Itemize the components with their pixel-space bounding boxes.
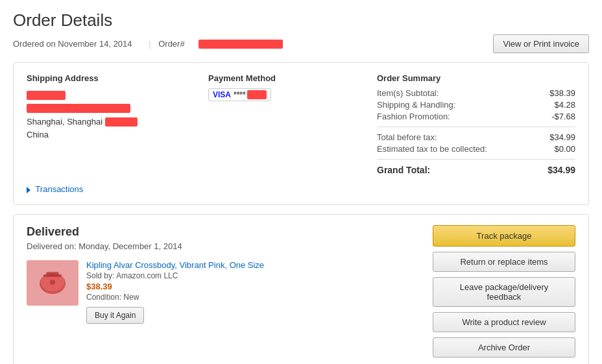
info-card-columns: Shipping Address Shanghai, Shanghai Chin…: [27, 73, 575, 175]
product-condition: Condition: New: [86, 293, 420, 302]
shipping-label: Shipping & Handling:: [377, 100, 455, 110]
shipping-country: China: [27, 128, 208, 142]
order-number-label: Order#: [158, 39, 184, 49]
grand-total-label: Grand Total:: [377, 165, 430, 175]
shipping-line-2: [27, 102, 208, 115]
product-row: Kipling Alvar Crossbody, Vibrant Pink, O…: [27, 260, 420, 324]
shipping-line-3: Shanghai, Shanghai: [27, 115, 208, 129]
svg-rect-4: [46, 272, 59, 276]
archive-button[interactable]: Archive Order: [433, 337, 575, 358]
product-price: $38.39: [86, 282, 420, 291]
shipping-column: Shipping Address Shanghai, Shanghai Chin…: [27, 73, 208, 175]
arrow-right-icon: [27, 187, 30, 193]
review-button[interactable]: Write a product review: [433, 312, 575, 332]
grand-total-value: $34.99: [548, 165, 575, 175]
delivery-actions: Track package Return or replace items Le…: [433, 225, 575, 358]
delivery-date: Delivered on: Monday, December 1, 2014: [27, 241, 420, 251]
order-number-redacted: [199, 40, 283, 49]
summary-row-promotion: Fashion Promotion: -$7.68: [377, 112, 575, 121]
info-card: Shipping Address Shanghai, Shanghai Chin…: [13, 62, 589, 205]
summary-divider: [377, 127, 575, 127]
subtotal-label: Item(s) Subtotal:: [377, 88, 439, 98]
shipping-title: Shipping Address: [27, 73, 208, 83]
summary-row-shipping: Shipping & Handling: $4.28: [377, 100, 575, 110]
visa-badge: VISA ****: [208, 88, 271, 101]
svg-point-5: [50, 280, 55, 285]
product-name: Kipling Alvar Crossbody, Vibrant Pink, O…: [86, 260, 420, 270]
summary-row-estimated-tax: Estimated tax to be collected: $0.00: [377, 144, 575, 154]
product-info: Kipling Alvar Crossbody, Vibrant Pink, O…: [86, 260, 420, 324]
payment-column: Payment Method VISA ****: [208, 73, 377, 175]
visa-label: VISA: [213, 90, 231, 99]
delivery-card: Delivered Delivered on: Monday, December…: [13, 214, 589, 364]
transactions-section: Transactions: [27, 184, 575, 194]
meta-divider: |: [149, 39, 150, 49]
grand-total-row: Grand Total: $34.99: [377, 165, 575, 175]
invoice-button[interactable]: View or Print invoice: [493, 34, 589, 53]
delivery-left: Delivered Delivered on: Monday, December…: [27, 225, 420, 324]
estimated-tax-label: Estimated tax to be collected:: [377, 144, 487, 154]
visa-dots: ****: [234, 90, 246, 99]
product-image: [27, 260, 78, 306]
order-meta: Ordered on November 14, 2014 | Order#: [13, 39, 292, 49]
shipping-value: $4.28: [554, 100, 575, 110]
product-link[interactable]: Kipling Alvar Crossbody, Vibrant Pink, O…: [86, 260, 264, 270]
page-header: Ordered on November 14, 2014 | Order# Vi…: [13, 34, 589, 53]
track-package-button[interactable]: Track package: [433, 225, 575, 247]
order-summary-column: Order Summary Item(s) Subtotal: $38.39 S…: [377, 73, 575, 175]
summary-row-total-before-tax: Total before tax: $34.99: [377, 132, 575, 142]
transactions-link[interactable]: Transactions: [35, 184, 83, 194]
shipping-line-1: [27, 88, 208, 102]
delivery-top: Delivered Delivered on: Monday, December…: [27, 225, 575, 358]
order-summary-title: Order Summary: [377, 73, 575, 83]
payment-title: Payment Method: [208, 73, 377, 83]
promotion-value: -$7.68: [551, 112, 575, 121]
total-before-tax-label: Total before tax:: [377, 132, 437, 142]
promotion-label: Fashion Promotion:: [377, 112, 450, 121]
total-before-tax-value: $34.99: [549, 132, 575, 142]
grand-total-divider: [377, 159, 575, 160]
return-replace-button[interactable]: Return or replace items: [433, 252, 575, 272]
delivery-status: Delivered: [27, 225, 420, 239]
payment-method: VISA ****: [208, 88, 377, 104]
buy-again-button[interactable]: Buy it Again: [86, 307, 144, 324]
page-title: Order Details: [13, 10, 589, 30]
subtotal-value: $38.39: [549, 88, 575, 98]
estimated-tax-value: $0.00: [554, 144, 575, 154]
ordered-on-label: Ordered on November 14, 2014: [13, 39, 132, 49]
feedback-button[interactable]: Leave package/delivery feedback: [433, 277, 575, 307]
summary-row-subtotal: Item(s) Subtotal: $38.39: [377, 88, 575, 98]
product-sold-by: Sold by: Amazon.com LLC: [86, 271, 420, 280]
